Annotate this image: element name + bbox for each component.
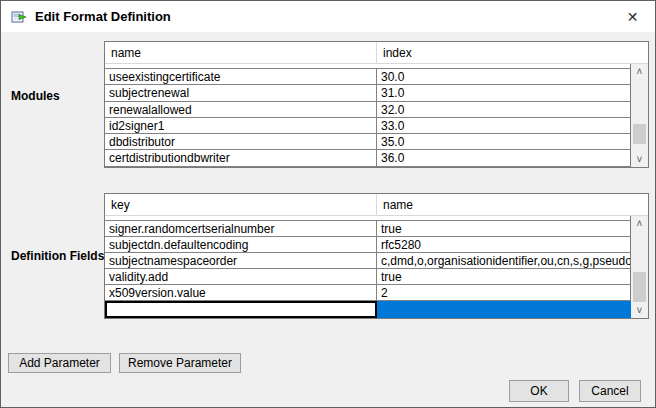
table-row[interactable]: x509version.value2 xyxy=(105,285,630,301)
dialog-title: Edit Format Definition xyxy=(35,9,171,24)
table-row[interactable]: subjectnamespaceorderc,dmd,o,organisatio… xyxy=(105,253,630,269)
table-cell: subjectrenewal xyxy=(105,85,377,100)
fields-header-name[interactable]: name xyxy=(377,194,648,215)
table-cell: subjectdn.defaultencoding xyxy=(105,237,377,252)
title-bar: Edit Format Definition ✕ xyxy=(1,1,655,32)
scrollbar-thumb[interactable] xyxy=(633,272,646,302)
close-icon: ✕ xyxy=(627,9,639,25)
definition-fields-label: Definition Fields xyxy=(11,249,104,263)
table-cell: validity.add xyxy=(105,269,377,284)
table-row[interactable]: subjectdn.defaultencodingrfc5280 xyxy=(105,237,630,253)
close-button[interactable]: ✕ xyxy=(610,1,655,32)
fields-table-header: key name xyxy=(105,194,648,216)
remove-parameter-button[interactable]: Remove Parameter xyxy=(119,353,241,373)
modules-table-header: name index xyxy=(105,42,648,64)
scrollbar-thumb[interactable] xyxy=(633,124,646,144)
cancel-button[interactable]: Cancel xyxy=(579,380,641,402)
fields-header-key[interactable]: key xyxy=(105,194,377,215)
table-row[interactable]: dbdistributor35.0 xyxy=(105,134,630,150)
table-cell: 31.0 xyxy=(377,85,630,100)
table-cell: 30.0 xyxy=(377,69,630,84)
ok-button[interactable]: OK xyxy=(509,380,569,402)
table-row[interactable]: subjectrenewal31.0 xyxy=(105,85,630,101)
scroll-down-button[interactable]: ˅ xyxy=(631,152,648,167)
table-cell: useexistingcertificate xyxy=(105,69,377,84)
scroll-up-icon: ˄ xyxy=(637,219,643,229)
table-cell: c,dmd,o,organisationidentifier,ou,cn,s,g… xyxy=(377,253,630,268)
selected-new-row xyxy=(105,301,631,318)
table-cell: 2 xyxy=(377,285,630,300)
table-cell: signer.randomcertserialnumber xyxy=(105,221,377,236)
table-cell: rfc5280 xyxy=(377,237,630,252)
table-cell: subjectnamespaceorder xyxy=(105,253,377,268)
scroll-down-icon: ˅ xyxy=(637,155,643,165)
scroll-up-button[interactable]: ˄ xyxy=(631,64,648,79)
modules-scrollbar[interactable]: ˄ ˅ xyxy=(631,64,648,167)
modules-header-name[interactable]: name xyxy=(105,42,377,63)
app-icon xyxy=(11,9,27,25)
table-cell: certdistributiondbwriter xyxy=(105,150,377,165)
scroll-up-button[interactable]: ˄ xyxy=(631,216,648,231)
table-cell: 33.0 xyxy=(377,118,630,133)
add-parameter-button[interactable]: Add Parameter xyxy=(8,353,111,373)
edit-format-definition-dialog: Edit Format Definition ✕ Modules Definit… xyxy=(0,0,656,408)
scroll-down-button[interactable]: ˅ xyxy=(631,303,648,318)
table-row[interactable]: id2signer133.0 xyxy=(105,118,630,134)
table-cell: x509version.value xyxy=(105,285,377,300)
table-cell: dbdistributor xyxy=(105,134,377,149)
table-cell: 32.0 xyxy=(377,102,630,117)
table-cell: true xyxy=(377,221,630,236)
new-name-selected-cell[interactable] xyxy=(377,301,631,318)
scroll-up-icon: ˄ xyxy=(637,67,643,77)
table-row[interactable]: renewalallowed32.0 xyxy=(105,102,630,118)
fields-scrollbar[interactable]: ˄ ˅ xyxy=(631,216,648,318)
table-cell: 36.0 xyxy=(377,150,630,165)
modules-header-index[interactable]: index xyxy=(377,42,648,63)
table-row[interactable]: signer.randomcertserialnumbertrue xyxy=(105,221,630,237)
table-cell: renewalallowed xyxy=(105,102,377,117)
table-row[interactable]: validity.addtrue xyxy=(105,269,630,285)
table-row[interactable]: certdistributiondbwriter36.0 xyxy=(105,150,630,166)
definition-fields-table: key name signer.randomcertserialnumbertr… xyxy=(104,193,649,319)
table-cell: id2signer1 xyxy=(105,118,377,133)
table-row[interactable]: useexistingcertificate30.0 xyxy=(105,69,630,85)
scroll-down-icon: ˅ xyxy=(637,306,643,316)
table-cell: true xyxy=(377,269,630,284)
modules-table: name index useexistingcertificate30.0sub… xyxy=(104,41,649,168)
table-cell: 35.0 xyxy=(377,134,630,149)
modules-label: Modules xyxy=(11,89,60,103)
new-key-edit-cell[interactable] xyxy=(105,301,377,318)
modules-table-body: useexistingcertificate30.0subjectrenewal… xyxy=(105,64,631,167)
